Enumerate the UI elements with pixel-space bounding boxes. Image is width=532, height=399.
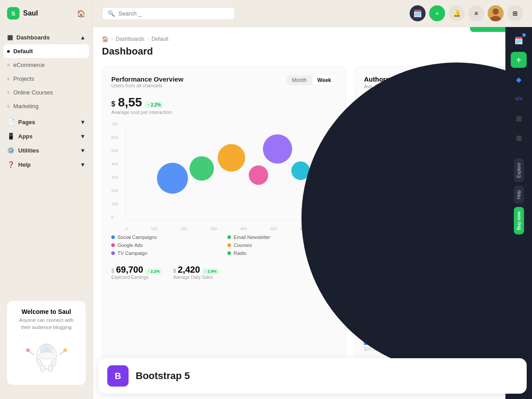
sidebar-item-ecommerce[interactable]: eCommerce [0, 58, 93, 72]
cards-row: Performance Overview Users from all chan… [102, 66, 523, 361]
right-grid-button-1[interactable]: ⊞ [511, 110, 527, 126]
nav-dot [7, 78, 10, 80]
nav-group-utilities[interactable]: ⚙️ Utilities ▼ [0, 143, 93, 157]
perf-subtitle: Users from all channels [111, 83, 184, 88]
crypto-icon: ₿ [406, 100, 410, 110]
bubble-radio [291, 161, 310, 180]
svg-rect-6 [48, 365, 53, 372]
bubble-ads [218, 144, 245, 172]
authors-subtitle: Avg. 69.34% Conv. Rate [364, 84, 514, 89]
buy-now-button[interactable]: Buy now [514, 207, 524, 235]
sidebar-item-default[interactable]: Default [4, 44, 89, 58]
legend-email: Email Newsletter [227, 235, 336, 240]
author-info-jane: Jane Cooper Monaco [364, 171, 412, 188]
svg-point-7 [39, 352, 55, 359]
search-icon: 🔍 [108, 10, 115, 17]
breadcrumb-dashboards[interactable]: Dashboards [116, 36, 145, 42]
legend-dot-google [111, 243, 115, 247]
cost-badge: ↑ 2.2% [145, 102, 164, 108]
legend-dot-tv [111, 251, 115, 255]
right-add-button[interactable]: + [511, 52, 527, 68]
nav-group-dashboards[interactable]: ▦ Dashboards ▲ [0, 30, 93, 44]
search-input[interactable] [118, 10, 229, 17]
bar-3 [379, 329, 385, 345]
welcome-title: Welcome to Saul [14, 308, 78, 315]
table-row: Jane Cooper Monaco 63.83% [364, 167, 514, 192]
page-title: Dashboard [102, 46, 168, 57]
chevron-up-icon: ▲ [80, 34, 86, 41]
cat-tab-crypto[interactable]: ₿ Crypto [394, 96, 421, 123]
topbar: 🔍 🗓️ + 🔔 ≡ ⊞ [93, 0, 532, 27]
social-icon: 👥 [433, 100, 442, 110]
cat-tab-mobile[interactable]: 📱 Mobile [454, 96, 481, 123]
chevron-down-icon: ▼ [80, 161, 86, 168]
nav-group-apps[interactable]: 📱 Apps ▼ [0, 129, 93, 143]
month-button[interactable]: Month [287, 75, 312, 85]
svg-point-22 [369, 200, 375, 205]
sales-value: 14,094 [369, 277, 405, 290]
right-panel: 🗓️ ! + ◆ </> ⊞ ⊞ Explore Help Buy now [505, 27, 532, 399]
welcome-card: Welcome to Saul Anyone can connect with … [7, 301, 86, 385]
sales-goal: Another $48,346 to Goal [364, 292, 514, 297]
nav-group-pages[interactable]: 📄 Pages ▼ [0, 115, 93, 129]
add-button[interactable]: + [429, 5, 445, 21]
bottom-stats: $ 69,700 ↑ 2.2% Expected Earnings $ 2,42… [111, 265, 336, 280]
explore-button[interactable]: Explore [514, 158, 524, 182]
active-dot [7, 50, 10, 53]
chart-guy [447, 149, 483, 161]
bootstrap-icon: B [107, 365, 129, 387]
bar-6 [402, 314, 408, 345]
sales-title: Sales This Months [364, 258, 514, 265]
right-diamond-button[interactable]: ◆ [511, 71, 527, 87]
nav-dot [7, 105, 10, 108]
help-button[interactable]: Help [514, 186, 524, 204]
bubble-chart-container: 7006005004003002001000 [111, 122, 336, 231]
topbar-right: 🗓️ + 🔔 ≡ ⊞ [410, 5, 523, 21]
right-code-button[interactable]: </> [511, 91, 527, 107]
content-wrapper: 🏠 › Dashboards › Default Dashboard Creat… [93, 27, 532, 399]
nav-dot [7, 64, 10, 66]
nav-group-help[interactable]: ❓ Help ▼ [0, 157, 93, 172]
calendar-button[interactable]: 🗓️ [410, 5, 426, 21]
svg-line-8 [29, 351, 33, 354]
legend-tv: TV Campaign [111, 250, 220, 256]
svg-point-16 [369, 150, 374, 155]
breadcrumb-home-icon[interactable]: 🏠 [102, 36, 109, 42]
breadcrumb-default[interactable]: Default [152, 36, 168, 42]
table-row: Cody Fishers Mexico 63.08% [364, 217, 514, 242]
author-info-cody: Cody Fishers Mexico [364, 220, 412, 238]
legend-dot-email [227, 235, 231, 239]
user-avatar[interactable] [488, 5, 504, 21]
week-button[interactable]: Week [312, 75, 336, 85]
right-calendar-button[interactable]: 🗓️ ! [511, 32, 527, 48]
cat-tab-social[interactable]: 👥 Social [424, 96, 451, 123]
sales-bar-chart [364, 309, 514, 345]
menu-button[interactable]: ≡ [468, 5, 484, 21]
notification-badge: ! [522, 33, 526, 37]
saas-icon: 🖥️ [372, 100, 382, 110]
cat-tab-saas[interactable]: 🖥️ SaaS [364, 96, 391, 123]
avatar-guy [364, 147, 378, 163]
chevron-down-icon: ▼ [80, 119, 86, 125]
search-box[interactable]: 🔍 [102, 7, 235, 20]
author-info-jacob: Jacob Jones Poland [364, 196, 412, 213]
notification-button[interactable]: 🔔 [449, 5, 465, 21]
grid-button[interactable]: ⊞ [507, 5, 523, 21]
sidebar-item-projects[interactable]: Projects [0, 72, 93, 86]
y-axis-labels: 7006005004003002001000 [111, 122, 118, 219]
main-area: 🔍 🗓️ + 🔔 ≡ ⊞ 🏠 › [93, 0, 532, 399]
sidebar-item-marketing[interactable]: Marketing [0, 99, 93, 113]
category-tabs: 🖥️ SaaS ₿ Crypto 👥 Social [364, 96, 514, 123]
breadcrumb: 🏠 › Dashboards › Default [102, 36, 168, 42]
svg-point-13 [493, 8, 499, 15]
nav-dashboards: ▦ Dashboards ▲ Default eCommerce Project… [0, 28, 93, 115]
sidebar-item-online-courses[interactable]: Online Courses [0, 86, 93, 99]
legend-dot-courses [227, 243, 231, 247]
right-grid-button-2[interactable]: ⊞ [511, 130, 527, 146]
brand-home-icon[interactable]: 🏠 [77, 9, 86, 18]
perf-header: Performance Overview Users from all chan… [111, 75, 336, 94]
content-main: 🏠 › Dashboards › Default Dashboard Creat… [93, 27, 532, 399]
sales-section: Sales This Months Users from all channel… [364, 250, 514, 352]
bar-1 [364, 327, 370, 345]
bubble-social [157, 163, 188, 194]
